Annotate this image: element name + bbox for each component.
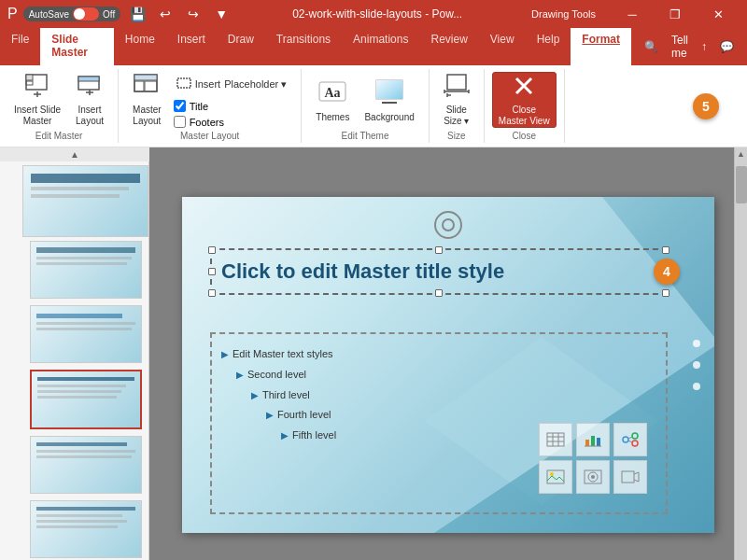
thumb-mini-5 — [31, 437, 141, 493]
insert-layout-label: InsertLayout — [76, 105, 104, 127]
bg-dot-2 — [693, 361, 700, 369]
slide-panel-scroll-up[interactable]: ▲ — [0, 147, 149, 161]
step4-badge: 4 — [654, 259, 680, 285]
themes-icon: Aa — [317, 77, 347, 110]
ribbon-content: Insert SlideMaster InsertLayout Edit Mas… — [0, 65, 747, 147]
handle-mid-left[interactable] — [208, 268, 216, 275]
close-master-view-label: CloseMaster View — [499, 105, 550, 127]
tab-animations[interactable]: Animations — [342, 28, 419, 65]
thumb-mini-1 — [23, 166, 148, 236]
autosave-state: Off — [103, 9, 115, 20]
tab-help[interactable]: Help — [526, 28, 571, 65]
content-line-1: ▶ Second level — [221, 366, 656, 385]
bg-dot-1 — [693, 340, 700, 347]
close-master-view-icon — [511, 73, 537, 103]
autosave-knob — [74, 8, 85, 20]
handle-top-right[interactable] — [662, 246, 669, 254]
slide-thumb-5[interactable] — [30, 436, 142, 494]
tab-view[interactable]: View — [479, 28, 526, 65]
slide-size-button[interactable]: SlideSize ▾ — [437, 72, 476, 128]
thumb-img-2 — [31, 242, 141, 298]
tab-review[interactable]: Review — [419, 28, 478, 65]
handle-bot-right[interactable] — [662, 289, 669, 297]
bullet-arrow-4: ▶ — [281, 427, 289, 444]
slide-thumb-1[interactable] — [22, 165, 148, 237]
handle-bot-mid[interactable] — [435, 289, 443, 297]
svg-rect-12 — [145, 81, 157, 91]
background-label: Background — [364, 112, 414, 123]
redo-button[interactable]: ↪ — [182, 3, 204, 25]
thumb-img-4 — [32, 371, 140, 427]
slide-thumb-6[interactable] — [30, 500, 142, 558]
app-icon: P — [7, 6, 18, 22]
window-controls: ─ ❐ ✕ — [611, 0, 740, 28]
target-icon — [434, 211, 462, 239]
handle-top-left[interactable] — [208, 246, 216, 254]
thumb-mini-3 — [31, 306, 141, 362]
slide-size-icon — [444, 73, 470, 103]
thumb-title-1 — [31, 174, 140, 183]
minimize-button[interactable]: ─ — [611, 0, 654, 28]
save-button[interactable]: 💾 — [126, 3, 148, 25]
svg-rect-32 — [585, 440, 589, 446]
svg-rect-41 — [547, 470, 564, 483]
slide-title-box[interactable]: Click to edit Master title style 4 — [210, 248, 668, 295]
edit-theme-items: Aa Themes Background — [309, 71, 421, 129]
vertical-scroll-thumb[interactable] — [736, 166, 747, 203]
tab-file[interactable]: File — [0, 28, 40, 65]
ribbon-tabs: File Slide Master Home Insert Draw Trans… — [0, 28, 747, 65]
tab-home[interactable]: Home — [114, 28, 166, 65]
tell-me-button[interactable]: Tell me — [666, 32, 694, 62]
content-icon-picture — [539, 460, 572, 494]
search-button[interactable]: 🔍 — [639, 38, 664, 55]
vertical-scrollbar[interactable]: ▲ ▼ — [734, 147, 747, 560]
share-button[interactable]: ↑ — [696, 38, 712, 55]
slide-thumb-4[interactable] — [30, 370, 142, 429]
scroll-up-arrow[interactable]: ▲ — [735, 147, 747, 161]
comments-button[interactable]: 💬 — [714, 38, 740, 55]
tab-transitions[interactable]: Transitions — [265, 28, 342, 65]
svg-rect-2 — [26, 81, 33, 85]
svg-point-37 — [632, 433, 638, 439]
close-master-view-button[interactable]: CloseMaster View — [492, 72, 557, 128]
slide-thumb-3[interactable] — [30, 305, 142, 363]
tab-slide-master[interactable]: Slide Master — [40, 28, 113, 65]
svg-point-38 — [632, 441, 638, 446]
autosave-toggle[interactable] — [73, 7, 99, 21]
step5-badge: 5 — [693, 93, 719, 119]
tab-draw[interactable]: Draw — [217, 28, 265, 65]
background-button[interactable]: Background — [358, 72, 420, 128]
insert-slide-master-icon — [24, 73, 50, 103]
insert-placeholder-button[interactable]: Insert Placeholder ▾ — [170, 71, 294, 97]
edit-master-group-label: Edit Master — [35, 131, 83, 141]
restore-button[interactable]: ❐ — [654, 0, 697, 28]
close-window-button[interactable]: ✕ — [697, 0, 740, 28]
insert-layout-button[interactable]: InsertLayout — [69, 72, 110, 128]
handle-top-mid[interactable] — [435, 246, 443, 254]
title-bar: P AutoSave Off 💾 ↩ ↪ ▼ 02-work-with-slid… — [0, 0, 747, 28]
insert-layout-icon — [77, 73, 103, 103]
more-commands-button[interactable]: ▼ — [210, 3, 233, 25]
insert-slide-master-button[interactable]: Insert SlideMaster — [7, 72, 67, 128]
tab-format[interactable]: Format — [571, 28, 631, 65]
undo-button[interactable]: ↩ — [154, 3, 176, 25]
window-title: 02-work-with-slide-layouts - Pow... — [238, 7, 516, 21]
insert-slide-master-label: Insert SlideMaster — [14, 105, 61, 127]
thumb-img-5 — [31, 437, 141, 493]
master-layout-button[interactable]: MasterLayout — [126, 72, 168, 128]
master-layout-icon — [134, 73, 160, 103]
handle-bot-left[interactable] — [208, 289, 216, 297]
footers-checkbox[interactable]: Footers — [170, 115, 294, 129]
edit-theme-group-label: Edit Theme — [342, 131, 389, 141]
title-checkbox[interactable]: Title — [170, 99, 294, 113]
slide-thumb-2[interactable] — [30, 241, 142, 299]
thumb-line2-1 — [31, 194, 120, 198]
themes-button[interactable]: Aa Themes — [309, 72, 356, 128]
tab-insert[interactable]: Insert — [166, 28, 217, 65]
thumb-img-1 — [23, 166, 148, 236]
slide-thumb-wrapper-1: 1 ★ — [4, 165, 145, 239]
slide-content-box[interactable]: ▶ Edit Master text styles ▶ Second level… — [210, 332, 668, 514]
main-area: ▲ 1 ★ — [0, 147, 747, 560]
slide-thumb-wrapper-3 — [4, 305, 145, 365]
title-bar-left: P AutoSave Off 💾 ↩ ↪ ▼ — [7, 3, 233, 25]
